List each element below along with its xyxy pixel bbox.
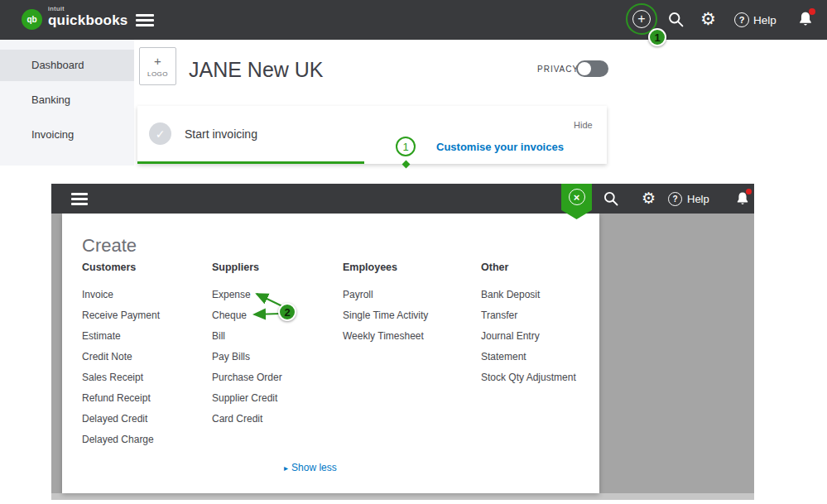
setup-progress-bar: ✓ Start invoicing Hide 1 Customise your … <box>137 106 607 164</box>
help-label[interactable]: Help <box>687 193 709 205</box>
close-icon[interactable]: × <box>569 189 585 205</box>
column-header: Customers <box>82 262 208 275</box>
overlay-nav-bar: ⚙ ? Help <box>51 184 754 214</box>
menu-item-receive-payment[interactable]: Receive Payment <box>82 305 208 326</box>
menu-item-purchase-order[interactable]: Purchase Order <box>212 367 338 388</box>
hide-link[interactable]: Hide <box>574 120 593 130</box>
create-menu-view: ⚙ ? Help × Create Customers Invoice Rece… <box>51 184 754 500</box>
menu-item-expense[interactable]: Expense <box>212 285 338 305</box>
column-header: Suppliers <box>212 262 338 275</box>
annotation-badge-2: 2 <box>278 303 296 321</box>
search-icon[interactable] <box>667 11 685 28</box>
help-icon[interactable]: ? <box>668 192 682 206</box>
notification-dot <box>746 189 752 194</box>
menu-item-single-time-activity[interactable]: Single Time Activity <box>343 305 469 326</box>
column-header: Employees <box>343 262 469 275</box>
menu-item-stock-qty-adjustment[interactable]: Stock Qty Adjustment <box>481 367 607 388</box>
sidebar-item-banking[interactable]: Banking <box>0 84 134 116</box>
help-icon[interactable]: ? <box>734 12 749 27</box>
brand-name: quickbooks <box>48 13 127 27</box>
create-menu-title: Create <box>82 235 137 257</box>
menu-item-credit-note[interactable]: Credit Note <box>82 347 208 367</box>
create-column-suppliers: Suppliers Expense Cheque Bill Pay Bills … <box>212 262 338 430</box>
menu-item-supplier-credit[interactable]: Supplier Credit <box>212 388 338 409</box>
gear-icon[interactable]: ⚙ <box>642 190 656 206</box>
progress-underline <box>137 161 364 164</box>
menu-item-delayed-credit[interactable]: Delayed Credit <box>82 409 208 430</box>
brand-prefix: intuit <box>48 6 127 12</box>
sidebar: Dashboard Banking Invoicing <box>0 40 134 166</box>
menu-item-payroll[interactable]: Payroll <box>343 285 469 305</box>
menu-item-transfer[interactable]: Transfer <box>481 305 607 326</box>
create-menu-panel: Create Customers Invoice Receive Payment… <box>62 214 599 493</box>
menu-item-statement[interactable]: Statement <box>481 347 607 367</box>
arrow-right-icon: ▸ <box>284 463 288 473</box>
menu-item-pay-bills[interactable]: Pay Bills <box>212 347 338 367</box>
menu-item-delayed-charge[interactable]: Delayed Charge <box>82 430 208 450</box>
toggle-knob <box>578 62 591 75</box>
create-column-employees: Employees Payroll Single Time Activity W… <box>343 262 469 347</box>
company-name: JANE New UK <box>189 58 324 82</box>
top-nav-bar: qb intuit quickbooks + 1 ⚙ ? Help <box>0 0 827 40</box>
sidebar-item-invoicing[interactable]: Invoicing <box>0 119 134 151</box>
customise-invoices-link[interactable]: Customise your invoices <box>436 141 564 153</box>
menu-item-bank-deposit[interactable]: Bank Deposit <box>481 285 607 305</box>
menu-item-sales-receipt[interactable]: Sales Receipt <box>82 367 208 388</box>
show-less-label: Show less <box>291 462 337 473</box>
column-header: Other <box>481 262 607 275</box>
menu-item-journal-entry[interactable]: Journal Entry <box>481 326 607 347</box>
menu-item-invoice[interactable]: Invoice <box>82 285 208 305</box>
menu-item-weekly-timesheet[interactable]: Weekly Timesheet <box>343 326 469 347</box>
overlay-footer-strip <box>51 493 754 500</box>
gear-icon[interactable]: ⚙ <box>700 11 716 28</box>
step-label[interactable]: Start invoicing <box>185 127 257 141</box>
hamburger-menu-icon[interactable] <box>136 14 154 29</box>
step-number-ring: 1 <box>396 137 416 156</box>
show-less-link[interactable]: ▸Show less <box>284 462 337 473</box>
menu-item-refund-receipt[interactable]: Refund Receipt <box>82 388 208 409</box>
logo-plus-icon: + <box>154 55 161 69</box>
company-logo-placeholder[interactable]: + LOGO <box>139 47 176 85</box>
hamburger-menu-icon[interactable] <box>71 193 88 208</box>
sidebar-item-dashboard[interactable]: Dashboard <box>0 50 134 81</box>
menu-item-cheque[interactable]: Cheque <box>212 305 338 326</box>
step-check-icon: ✓ <box>149 122 171 145</box>
create-column-other: Other Bank Deposit Transfer Journal Entr… <box>481 262 607 388</box>
menu-item-estimate[interactable]: Estimate <box>82 326 208 347</box>
notification-dot <box>809 8 815 15</box>
brand-wordmark: intuit quickbooks <box>48 6 127 27</box>
search-icon[interactable] <box>603 190 619 207</box>
create-plus-icon[interactable]: + <box>632 10 651 28</box>
menu-item-card-credit[interactable]: Card Credit <box>212 409 338 430</box>
create-column-customers: Customers Invoice Receive Payment Estima… <box>82 262 208 450</box>
privacy-toggle[interactable] <box>576 60 608 77</box>
annotation-badge-1: 1 <box>648 28 666 46</box>
help-label[interactable]: Help <box>753 14 777 26</box>
menu-item-bill[interactable]: Bill <box>212 326 338 347</box>
privacy-label: PRIVACY <box>537 65 579 74</box>
logo-label: LOGO <box>147 70 168 78</box>
quickbooks-logo-icon[interactable]: qb <box>22 9 42 30</box>
